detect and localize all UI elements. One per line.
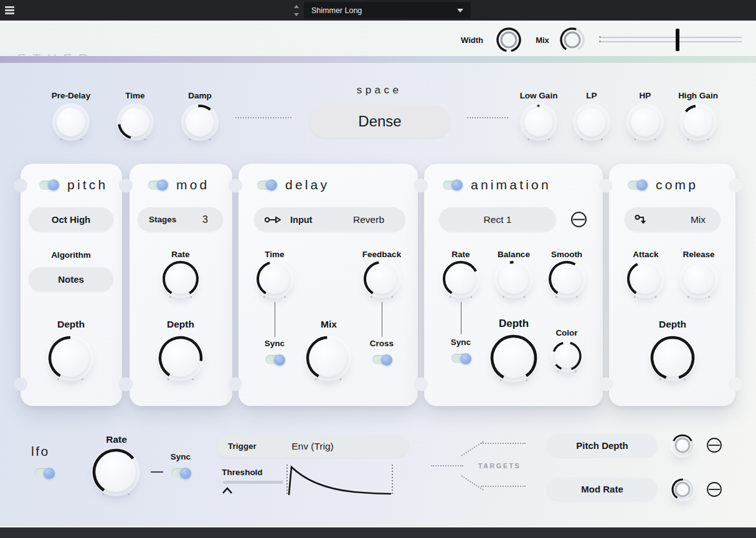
attack-knob[interactable] (621, 255, 669, 303)
lfo-title: lfo (31, 444, 50, 459)
target-pitch-depth-label: Pitch Depth (576, 440, 628, 451)
delay-mix-knob[interactable] (301, 331, 356, 385)
delay-input-label: Input (290, 215, 312, 225)
mod-depth-knob[interactable] (153, 331, 208, 385)
preset-prev-icon[interactable] (294, 5, 299, 8)
routing-input-icon (264, 215, 283, 225)
output-slider-handle[interactable] (676, 29, 679, 51)
delay-card: delay Input Reverb Time Feedback Mix Syn… (239, 164, 418, 406)
lfo-enable-toggle[interactable] (35, 468, 54, 478)
feedback-knob[interactable] (358, 255, 405, 303)
mod-enable-toggle[interactable] (148, 181, 167, 190)
lfo-rate-knob[interactable] (87, 443, 144, 501)
titlebar: Shimmer Long (0, 0, 756, 21)
target-pitch-depth-knob[interactable] (666, 428, 699, 462)
comp-mode-selector[interactable]: Mix (625, 207, 721, 232)
pitch-mode-value: Oct High (52, 214, 91, 225)
algorithm-label: Algorithm (51, 250, 91, 260)
trigger-value: Env (Trig) (217, 441, 409, 452)
delay-card-title: delay (285, 177, 329, 192)
mod-depth-label: Depth (167, 319, 194, 330)
animation-card-title: animation (471, 177, 551, 192)
animation-enable-toggle[interactable] (443, 181, 461, 190)
preset-selector[interactable]: Shimmer Long (304, 2, 471, 19)
comp-card: comp Mix Attack Release Depth (609, 164, 735, 406)
delay-input-selector[interactable]: Input Reverb (254, 207, 405, 232)
animation-bypass-icon[interactable] (570, 211, 587, 228)
anim-sync-label: Sync (451, 337, 471, 347)
card-notch (729, 179, 742, 192)
accent-strip (0, 56, 756, 63)
targets-dotted-top (481, 443, 526, 444)
comp-depth-label: Depth (659, 319, 686, 330)
balance-knob[interactable] (490, 255, 537, 303)
target-slot-mod-rate[interactable]: Mod Rate (547, 478, 658, 501)
comp-card-title: comp (656, 177, 698, 192)
targets-dotted-bottom (481, 486, 526, 487)
hp-knob[interactable] (622, 99, 668, 145)
threshold-slider[interactable] (223, 481, 283, 484)
card-notch (599, 377, 613, 391)
card-notch (14, 377, 27, 391)
preset-next-icon[interactable] (294, 13, 299, 16)
lowgain-knob[interactable] (516, 99, 562, 145)
pitch-enable-toggle[interactable] (39, 181, 58, 190)
comp-enable-toggle[interactable] (628, 181, 646, 190)
stages-value: 3 (202, 214, 208, 225)
predelay-knob[interactable] (48, 99, 94, 145)
target-mod-rate-knob[interactable] (666, 473, 699, 506)
lp-knob[interactable] (569, 99, 615, 145)
bottom-bar (0, 526, 756, 538)
anim-depth-label: Depth (499, 318, 529, 330)
delay-enable-toggle[interactable] (257, 181, 276, 190)
card-notch (599, 179, 613, 192)
mod-card-title: mod (176, 177, 209, 192)
anim-sync-toggle[interactable] (451, 354, 470, 363)
threshold-caret-icon[interactable] (222, 486, 233, 494)
comp-depth-knob[interactable] (645, 331, 700, 385)
anim-rate-knob[interactable] (437, 255, 484, 303)
animation-shape-selector[interactable]: Rect 1 (439, 207, 556, 232)
lfo-sync-toggle[interactable] (171, 468, 190, 478)
smooth-knob[interactable] (543, 255, 590, 303)
target-slot-pitch-depth[interactable]: Pitch Depth (547, 434, 658, 457)
delay-time-knob[interactable] (251, 255, 298, 303)
stages-label: Stages (149, 215, 176, 224)
plugin-window: Shimmer Long ETHER Width Mix Pre-Delay T… (0, 0, 756, 538)
mod-card: mod Stages 3 Rate Depth (130, 164, 232, 406)
lfo-sync-label: Sync (171, 452, 191, 461)
width-knob[interactable] (491, 22, 527, 58)
pitch-depth-knob[interactable] (43, 331, 98, 385)
damp-knob[interactable] (177, 99, 223, 145)
delay-mix-label: Mix (321, 319, 337, 330)
card-notch (119, 179, 133, 192)
space-mode-selector[interactable]: Dense (309, 105, 450, 138)
mod-rate-knob[interactable] (157, 255, 204, 303)
color-knob[interactable] (546, 336, 587, 377)
time-knob[interactable] (112, 99, 158, 145)
cross-label: Cross (370, 339, 394, 348)
trigger-selector[interactable]: Trigger Env (Trig) (217, 435, 409, 458)
highgain-knob[interactable] (675, 99, 721, 145)
algorithm-selector[interactable]: Notes (29, 267, 113, 291)
preset-stepper[interactable] (293, 4, 300, 17)
pitch-card-title: pitch (67, 177, 108, 192)
cross-toggle[interactable] (372, 355, 391, 364)
threshold-label: Threshold (222, 468, 262, 477)
target-pitch-depth-bypass-icon[interactable] (706, 437, 722, 453)
pitch-depth-label: Depth (57, 319, 85, 330)
output-slider[interactable] (600, 30, 742, 50)
dotted-connector-left (235, 117, 291, 118)
pitch-card: pitch Oct High Algorithm Notes Depth (21, 164, 122, 406)
stages-selector[interactable]: Stages 3 (138, 207, 223, 232)
rate-sync-dash (151, 471, 163, 473)
mix-knob[interactable] (554, 22, 590, 58)
delay-sync-toggle[interactable] (265, 355, 284, 364)
pitch-mode-selector[interactable]: Oct High (29, 207, 113, 232)
card-notch (229, 179, 242, 192)
anim-depth-knob[interactable] (485, 329, 542, 387)
target-mod-rate-bypass-icon[interactable] (706, 481, 722, 498)
menu-icon[interactable] (5, 5, 16, 16)
release-knob[interactable] (675, 255, 722, 303)
delay-sync-label: Sync (265, 339, 285, 348)
